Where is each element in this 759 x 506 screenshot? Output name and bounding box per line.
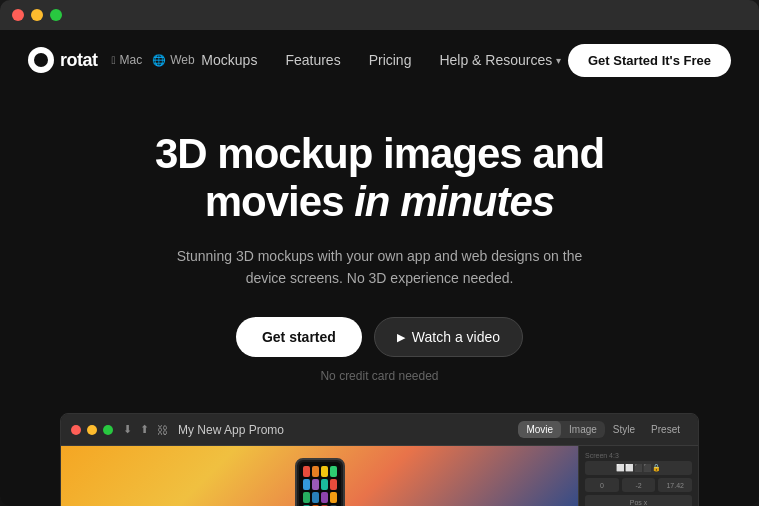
close-button[interactable] (12, 9, 24, 21)
browser-window: rotat  Mac 🌐 Web Mockups Features Prici… (0, 0, 759, 506)
device-app-icon (303, 479, 310, 490)
app-close-dot[interactable] (71, 425, 81, 435)
app-content-area: Screen 4:3 ⬜⬜⬛⬛🔒 0 -2 (61, 446, 698, 506)
nav-help[interactable]: Help & Resources ▾ (439, 52, 561, 68)
hero-section: 3D mockup images and movies in minutes S… (0, 90, 759, 413)
platform-mac[interactable]:  Mac (112, 53, 143, 67)
hero-buttons: Get started ▶ Watch a video (20, 317, 739, 357)
share-icon[interactable]: ⬆ (140, 423, 149, 436)
posx-label: Pos x (630, 499, 648, 506)
browser-titlebar (0, 0, 759, 30)
x-value: 0 (600, 482, 604, 489)
download-icon[interactable]: ⬇ (123, 423, 132, 436)
platform-tags:  Mac 🌐 Web (112, 53, 195, 67)
device-app-icon (312, 466, 319, 477)
nav-help-label: Help & Resources (439, 52, 552, 68)
panel-row-xyz: 0 -2 17.42 (585, 478, 692, 492)
app-segment-control: Movie Image (518, 421, 604, 438)
mac-label: Mac (120, 53, 143, 67)
segment-movie[interactable]: Movie (518, 421, 561, 438)
app-titlebar: ⬇ ⬆ ⛓ My New App Promo Movie Image Style… (61, 414, 698, 446)
nav-mockups[interactable]: Mockups (201, 52, 257, 68)
nav-links: Mockups Features Pricing Help & Resource… (201, 52, 561, 68)
hero-title-movies: movies (205, 178, 344, 225)
device-screen (299, 462, 341, 506)
nav-features[interactable]: Features (285, 52, 340, 68)
link-icon[interactable]: ⛓ (157, 424, 168, 436)
device-app-icon (312, 492, 319, 503)
app-minimize-dot[interactable] (87, 425, 97, 435)
preset-label: Preset (651, 424, 680, 435)
minimize-button[interactable] (31, 9, 43, 21)
panel-cell-icons: ⬜⬜⬛⬛🔒 (585, 461, 692, 475)
hero-title: 3D mockup images and movies in minutes (20, 130, 739, 227)
device-app-icon (303, 492, 310, 503)
logo[interactable]: rotat (28, 47, 98, 73)
screen-label: Screen 4:3 (585, 452, 692, 459)
get-started-hero-button[interactable]: Get started (236, 317, 362, 357)
app-right-panel: Screen 4:3 ⬜⬜⬛⬛🔒 0 -2 (578, 446, 698, 506)
device-mockup (295, 458, 345, 506)
app-panel-labels: Style Preset (613, 424, 688, 435)
apple-icon:  (112, 54, 116, 66)
globe-icon: 🌐 (152, 54, 166, 67)
nav-pricing[interactable]: Pricing (369, 52, 412, 68)
device-app-icon (303, 466, 310, 477)
panel-row-1: ⬜⬜⬛⬛🔒 (585, 461, 692, 475)
device-app-icon (321, 479, 328, 490)
app-toolbar-controls: ⬇ ⬆ ⛓ (123, 423, 168, 436)
app-maximize-dot[interactable] (103, 425, 113, 435)
app-titlebar-right: Movie Image Style Preset (518, 421, 688, 438)
page-content: rotat  Mac 🌐 Web Mockups Features Prici… (0, 30, 759, 506)
style-label: Style (613, 424, 635, 435)
panel-cell-x[interactable]: 0 (585, 478, 619, 492)
device-app-icon (321, 492, 328, 503)
logo-icon (28, 47, 54, 73)
logo-icon-inner (34, 53, 48, 67)
hero-subtitle: Stunning 3D mockups with your own app an… (170, 245, 590, 290)
watch-video-button[interactable]: ▶ Watch a video (374, 317, 523, 357)
platform-web[interactable]: 🌐 Web (152, 53, 194, 67)
device-app-icon (321, 466, 328, 477)
segment-image[interactable]: Image (561, 421, 605, 438)
play-icon: ▶ (397, 331, 405, 344)
get-started-button[interactable]: Get Started It's Free (568, 44, 731, 77)
app-canvas (61, 446, 578, 506)
device-app-icon (312, 479, 319, 490)
panel-cell-z[interactable]: 17.42 (658, 478, 692, 492)
y-value: -2 (635, 482, 641, 489)
hero-title-minutes: in minutes (354, 178, 554, 225)
logo-text: rotat (60, 50, 98, 71)
no-credit-text: No credit card needed (20, 369, 739, 383)
panel-cell-y[interactable]: -2 (622, 478, 656, 492)
z-value: 17.42 (666, 482, 684, 489)
device-app-icon (330, 479, 337, 490)
chevron-down-icon: ▾ (556, 55, 561, 66)
maximize-button[interactable] (50, 9, 62, 21)
panel-row-pos: Pos x (585, 495, 692, 506)
device-app-icon (330, 492, 337, 503)
navbar: rotat  Mac 🌐 Web Mockups Features Prici… (0, 30, 759, 90)
web-label: Web (170, 53, 194, 67)
watch-video-label: Watch a video (412, 329, 500, 345)
nav-left: rotat  Mac 🌐 Web (28, 47, 195, 73)
app-preview: ⬇ ⬆ ⛓ My New App Promo Movie Image Style… (60, 413, 699, 506)
hero-title-line1: 3D mockup images and (155, 130, 604, 177)
panel-cell-posx[interactable]: Pos x (585, 495, 692, 506)
app-title: My New App Promo (178, 423, 284, 437)
device-app-icon (330, 466, 337, 477)
